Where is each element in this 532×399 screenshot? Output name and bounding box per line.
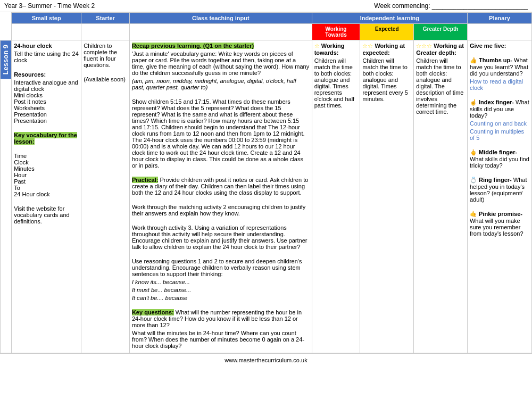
working-body: Children will match the time to both clo… [314, 57, 358, 109]
lesson-label-spacer2 [1, 24, 12, 40]
col-starter: Starter [81, 13, 130, 24]
col-small-step: Small step [12, 13, 81, 24]
visit-text: Visit the website for vocabulary cards a… [14, 205, 79, 225]
lesson-number-cell: Lesson 9 [1, 40, 12, 353]
middle-label: Middle finger- [479, 149, 517, 155]
expected-content: ☆☆ Working at expected: Children will ma… [360, 40, 414, 353]
stem3: It can't be.... because [132, 295, 310, 301]
middle-q: What skills did you find tricky today? [470, 156, 529, 169]
teaching-para6: Use reasoning questions 1 and 2 to secur… [132, 258, 310, 277]
header: Year 3– Summer - Time Week 2 Week commen… [0, 0, 532, 12]
greater-body: Children will match the time to both clo… [416, 57, 465, 115]
teaching-para1: 'Just a minute' vocabulary game: Write k… [132, 51, 310, 76]
key-q-label: Key questions: [132, 309, 174, 315]
ring-icon: 💍 [470, 177, 477, 183]
index-link1: Counting on and back [470, 120, 529, 127]
lesson-label-spacer [1, 13, 12, 24]
thumb-label: Thumbs up- [479, 57, 512, 63]
small-step-blank [12, 24, 81, 40]
pinkie-icon: 🤙 [470, 211, 477, 217]
vocab-list: TimeClockMinutesHourPastTo24 Hour clock [14, 153, 79, 197]
resources-label: Resources: [14, 71, 46, 78]
small-step-title: 24-hour clock [14, 43, 52, 49]
greater-stars: ☆☆☆ [416, 43, 432, 49]
starter-body: Children to complete the fluent in four … [84, 43, 127, 68]
stem1: I know its... because... [132, 279, 310, 285]
small-step-body: Tell the time using the 24 clock [14, 51, 79, 63]
index-icon: ☝ [470, 99, 477, 105]
ring-label: Ring finger- [479, 177, 512, 183]
teaching-para2: Show children 5:15 and 17:15. What times… [132, 98, 310, 169]
key-vocab-label: Key vocabulary for the lesson: [14, 132, 77, 145]
header-left: Year 3– Summer - Time Week 2 [4, 2, 95, 10]
working-towards-content: ☆ Working towards: Children will match t… [312, 40, 360, 353]
col-plenary: Plenary [467, 13, 531, 24]
starter-available: (Available soon) [84, 76, 127, 82]
teaching-vocab-examples: (am, pm, noon, midday, midnight, analogu… [132, 78, 310, 90]
greater-depth-content: ☆☆☆ Working at Greater depth: Children w… [414, 40, 468, 353]
resources-list: Interactive analogue and digital clockMi… [14, 79, 79, 124]
teaching-content: Recap previous learning. (Q1 on the star… [129, 40, 312, 353]
index-link2: Counting in multiples of 5 [470, 128, 529, 141]
expected-stars: ☆☆ [362, 43, 373, 49]
small-step-content: 24-hour clock Tell the time using the 24… [12, 40, 81, 353]
teaching-para4: Work through the matching activity 2 enc… [132, 204, 310, 217]
pinkie-q: What will you make sure you remember fro… [470, 218, 523, 237]
plenary-blank [467, 24, 531, 40]
pinkie-label: Pinkie promise- [479, 211, 522, 217]
lesson-number: Lesson 9 [1, 40, 11, 79]
header-right: Week commencing: _______________________… [374, 2, 528, 10]
teaching-para5: Work through activity 3. Using a variati… [132, 225, 310, 250]
teaching-para3: Provide children with post it notes or c… [132, 177, 308, 196]
teaching-blank [129, 24, 312, 40]
stem2: It must be... because... [132, 287, 310, 293]
footer: www.masterthecurriculum.co.uk [0, 353, 532, 367]
practical-label: Practical: [132, 177, 159, 183]
col-greater-depth: Greater Depth [414, 24, 468, 40]
key-q2: What will the minutes be in 24-hour time… [132, 330, 310, 349]
working-stars: ☆ [314, 43, 320, 49]
thumb-icon: 👍 [470, 57, 477, 63]
thumb-link1: How to read a digital clock [470, 78, 529, 91]
plenary-content: Give me five: 👍 Thumbs up- What have you… [467, 40, 531, 353]
expected-body: Children will match the time to both clo… [362, 57, 411, 102]
starter-content: Children to complete the fluent in four … [81, 40, 130, 353]
col-working-towards: Working Towards [312, 24, 360, 40]
footer-url: www.masterthecurriculum.co.uk [225, 357, 307, 363]
index-label: Index finger- [479, 99, 514, 105]
recap-label: Recap previous learning. (Q1 on the star… [132, 43, 254, 49]
col-teaching: Class teaching input [129, 13, 312, 24]
col-independent: Independent learning [312, 13, 467, 24]
plenary-intro: Give me five: [470, 43, 506, 49]
col-expected: Expected [360, 24, 414, 40]
middle-icon: 🖕 [470, 149, 477, 155]
starter-blank [81, 24, 130, 40]
